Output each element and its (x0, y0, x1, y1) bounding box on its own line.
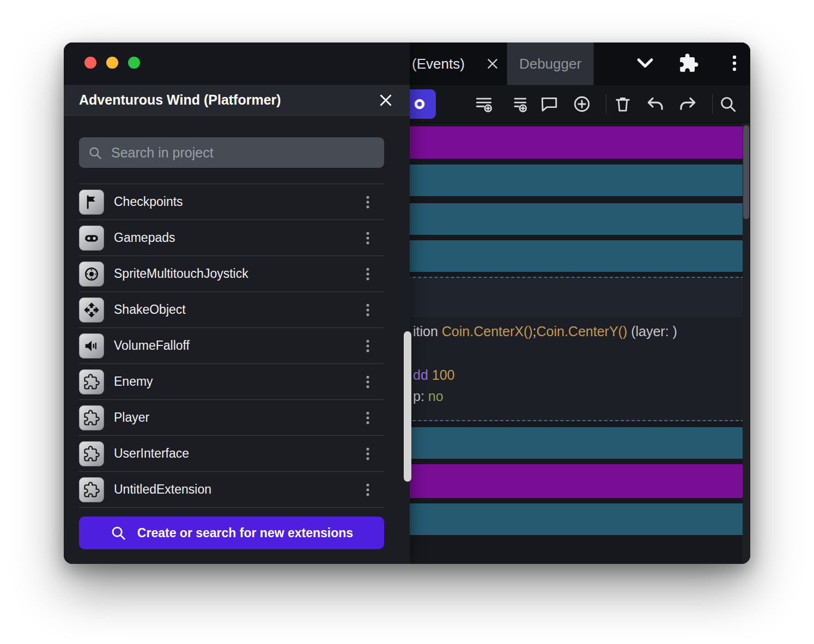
dialog-scrollbar-thumb[interactable] (404, 331, 411, 482)
minimize-traffic-light[interactable] (106, 57, 118, 69)
code-token: dd (413, 367, 432, 382)
search-icon[interactable] (719, 95, 737, 113)
redo-icon[interactable] (678, 95, 697, 113)
gamepad-icon (79, 226, 104, 251)
joystick-icon (79, 262, 104, 287)
code-token: ition (413, 324, 442, 339)
kebab-menu-icon[interactable] (724, 53, 745, 74)
search-icon (88, 145, 102, 160)
move-icon (79, 297, 104, 323)
volume-icon (79, 333, 104, 359)
list-item-spritemultitouchjoystick[interactable]: SpriteMultitouchJoystick (79, 256, 384, 291)
add-comment-icon[interactable] (540, 95, 558, 113)
list-item-label: Player (114, 410, 149, 425)
item-kebab-icon[interactable] (359, 193, 376, 211)
project-search-box[interactable] (79, 137, 384, 168)
list-item-checkpoints[interactable]: Checkpoints (79, 184, 384, 220)
event-action-line: ition Coin.CenterX();Coin.CenterY() (lay… (413, 323, 677, 340)
search-input[interactable] (110, 144, 375, 161)
list-item-label: VolumeFalloff (114, 338, 190, 353)
add-circle-icon[interactable] (573, 95, 591, 113)
add-event-icon[interactable] (475, 95, 493, 113)
window-chrome (64, 42, 410, 85)
extension-list: Checkpoints Gamepads SpriteMultitouchJ (79, 184, 384, 508)
event-row-teal[interactable] (369, 503, 743, 535)
event-row-purple[interactable] (369, 464, 743, 498)
close-icon[interactable] (378, 93, 393, 108)
code-token: (layer: ) (627, 324, 677, 339)
extensions-puzzle-icon[interactable] (678, 53, 699, 74)
event-row-teal[interactable] (369, 240, 743, 272)
list-item-label: Checkpoints (114, 195, 183, 209)
list-item-volumefalloff[interactable]: VolumeFalloff (79, 327, 384, 363)
puzzle-icon (79, 369, 104, 394)
item-kebab-icon[interactable] (359, 337, 376, 355)
item-kebab-icon[interactable] (359, 409, 376, 427)
event-row-teal[interactable] (369, 203, 743, 235)
tab-debugger-label: Debugger (519, 56, 581, 72)
dialog-title: Adventurous Wind (Platformer) (79, 92, 281, 108)
event-row-purple[interactable] (369, 126, 743, 159)
list-item-label: SpriteMultitouchJoystick (114, 266, 248, 281)
flag-icon (79, 190, 104, 215)
item-kebab-icon[interactable] (359, 373, 376, 391)
events-scrollbar-thumb[interactable] (743, 125, 749, 219)
tab-close-icon[interactable] (485, 57, 500, 71)
toolbar-divider (712, 94, 713, 114)
chevron-down-icon[interactable] (635, 53, 655, 74)
zoom-traffic-light[interactable] (128, 57, 140, 69)
close-traffic-light[interactable] (84, 57, 96, 69)
tab-events-label: (Events) (412, 56, 465, 72)
tab-debugger[interactable]: Debugger (507, 42, 594, 85)
item-kebab-icon[interactable] (359, 229, 376, 247)
active-tool-icon (412, 96, 427, 112)
create-extension-button[interactable]: Create or search for new extensions (79, 517, 384, 549)
list-item-label: ShakeObject (114, 302, 186, 317)
selected-event-block[interactable]: ition Coin.CenterX();Coin.CenterY() (lay… (369, 277, 744, 421)
list-item-gamepads[interactable]: Gamepads (79, 220, 384, 256)
search-icon (110, 525, 126, 541)
code-token: Coin.CenterX() (442, 324, 533, 339)
list-item-userinterface[interactable]: UserInterface (79, 435, 384, 471)
selected-event-conditions (370, 278, 743, 317)
project-manager-dialog: Adventurous Wind (Platformer) Checkpoint… (64, 42, 410, 564)
item-kebab-icon[interactable] (359, 265, 376, 283)
add-subevent-icon[interactable] (509, 95, 528, 113)
event-action-line: p: no (413, 387, 444, 405)
code-token: 100 (432, 367, 455, 382)
code-token: p: (413, 388, 428, 404)
item-kebab-icon[interactable] (359, 481, 376, 499)
tab-events[interactable]: (Events) (412, 42, 500, 85)
toolbar-divider (606, 94, 606, 114)
code-token: ; (533, 324, 537, 339)
code-token: no (428, 388, 444, 404)
undo-icon[interactable] (646, 95, 665, 113)
dialog-titlebar: Adventurous Wind (Platformer) (64, 85, 410, 116)
item-kebab-icon[interactable] (359, 301, 376, 319)
list-item-label: UserInterface (114, 446, 189, 461)
trash-icon[interactable] (613, 95, 632, 113)
create-extension-button-label: Create or search for new extensions (137, 526, 353, 540)
list-item-player[interactable]: Player (79, 399, 384, 435)
puzzle-icon (79, 477, 104, 502)
event-row-teal[interactable] (369, 165, 743, 196)
list-item-label: Gamepads (114, 230, 175, 245)
puzzle-icon (79, 441, 104, 466)
list-item-enemy[interactable]: Enemy (79, 363, 384, 399)
list-item-shakeobject[interactable]: ShakeObject (79, 291, 384, 327)
code-token: Coin.CenterY() (537, 324, 628, 339)
list-item-label: UntitledExtension (114, 482, 211, 497)
puzzle-icon (79, 405, 104, 430)
list-item-untitledextension[interactable]: UntitledExtension (79, 471, 384, 507)
event-action-line: dd 100 (413, 366, 454, 384)
event-row-teal[interactable] (369, 427, 743, 459)
item-kebab-icon[interactable] (359, 445, 376, 463)
app-window: (Events) Debugger (64, 42, 750, 564)
list-item-label: Enemy (114, 374, 153, 389)
